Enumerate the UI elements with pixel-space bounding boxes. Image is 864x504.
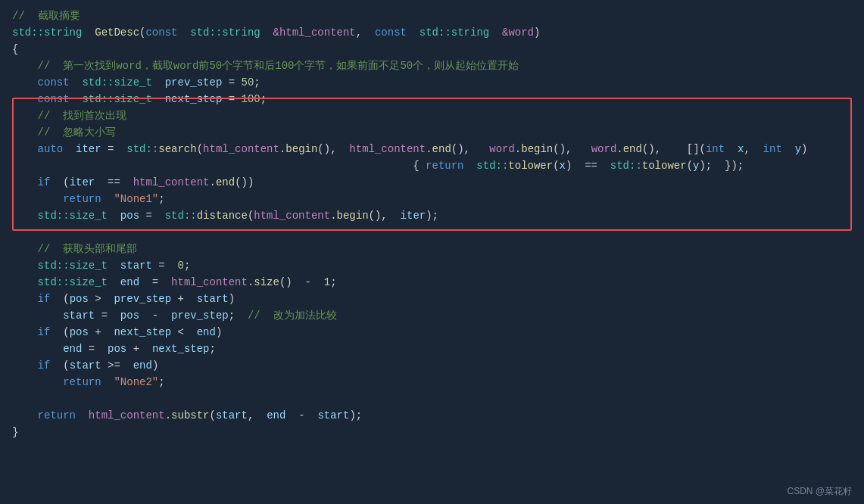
code-line-2: std::string GetDesc ( const std::string … (0, 24, 864, 41)
code-line-9: auto iter = std:: search ( html_content … (0, 141, 864, 157)
comment-1: // 截取摘要 (12, 8, 80, 24)
code-line-21: if ( start >= end ) (0, 357, 864, 374)
code-line-24: } (0, 424, 864, 440)
code-line-10: { return std:: tolower ( x ) == std:: to… (0, 157, 864, 174)
code-line-3: { (0, 41, 864, 58)
code-line-19: if ( pos + next_step < end ) (0, 324, 864, 341)
watermark: CSDN @菜花籽 (787, 485, 852, 498)
code-line-13: std::size_t pos = std:: distance ( html_… (0, 207, 864, 224)
code-line-1: // 截取摘要 (0, 8, 864, 24)
code-line-11: if ( iter == html_content . end ()) (0, 174, 864, 191)
code-line-12: return "None1" ; (0, 191, 864, 207)
code-line-blank2 (0, 390, 864, 407)
code-line-5: const std::size_t prev_step = 50 ; (0, 74, 864, 91)
code-editor: // 截取摘要 std::string GetDesc ( const std:… (0, 0, 864, 504)
code-line-22: return "None2" ; (0, 374, 864, 390)
code-line-14: // 获取头部和尾部 (0, 241, 864, 257)
code-line-20: end = pos + next_step ; (0, 341, 864, 357)
code-line-15: std::size_t start = 0 ; (0, 257, 864, 274)
code-line-18: start = pos - prev_step ; // 改为加法比较 (0, 307, 864, 324)
code-line-17: if ( pos > prev_step + start ) (0, 291, 864, 307)
code-line-16: std::size_t end = html_content . size ()… (0, 274, 864, 291)
code-line-6: const std::size_t next_step = 100 ; (0, 91, 864, 107)
code-line-7: // 找到首次出现 (0, 107, 864, 124)
code-line-blank1 (0, 224, 864, 241)
code-line-8: // 忽略大小写 (0, 124, 864, 141)
code-line-4: // 第一次找到word，截取word前50个字节和后100个字节，如果前面不足… (0, 58, 864, 74)
code-line-23: return html_content . substr ( start , e… (0, 407, 864, 424)
